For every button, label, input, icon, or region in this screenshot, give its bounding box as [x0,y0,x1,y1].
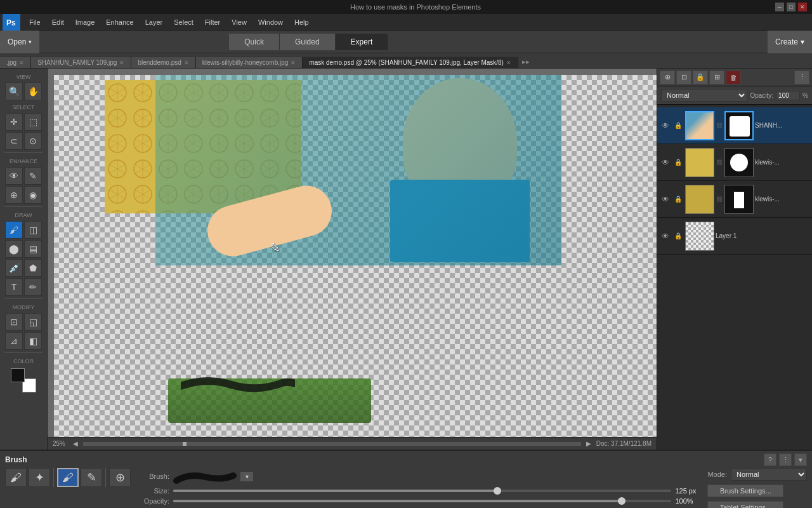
tab-quick[interactable]: Quick [229,34,280,50]
move-tool[interactable]: ✛ [5,113,23,131]
menu-filter[interactable]: Filter [200,17,225,28]
blur-tool[interactable]: ◉ [24,186,42,204]
close-tab-0[interactable]: ✕ [19,60,24,66]
tablet-settings-button[interactable]: Tablet Settings... [707,501,783,508]
layer-tool-extra[interactable]: ⋮ [794,70,809,84]
menu-edit[interactable]: Edit [47,17,69,28]
close-tab-2[interactable]: ✕ [184,60,189,66]
brush-pencil-btn[interactable]: ✎ [81,468,102,487]
doc-tab-2[interactable]: blenddemo.psd ✕ [131,57,195,68]
brush-settings-button[interactable]: Brush Settings... [707,485,783,497]
create-button[interactable]: Create ▾ [768,30,812,53]
fill-tool[interactable]: ⬤ [5,240,23,258]
size-slider[interactable] [173,487,671,495]
opacity-slider-fill [173,500,622,502]
close-tab-3[interactable]: ✕ [291,60,296,66]
spot-heal-tool[interactable]: ✎ [24,167,42,185]
brush-impressionist-btn[interactable]: ✦ [29,468,50,487]
red-eye-tool[interactable]: ◧ [24,332,42,350]
doc-tab-3[interactable]: klewis-sillybilly-honeycomb.jpg ✕ [196,57,303,68]
layer-item-2[interactable]: 👁 🔒 ⛓ klewis-... [657,181,812,218]
close-button[interactable]: ✕ [798,3,807,11]
layer-lock-2[interactable]: 🔒 [672,194,684,205]
maximize-button[interactable]: □ [787,3,796,11]
baby-photo [155,75,561,265]
recompose-tool[interactable]: ◱ [24,313,42,331]
layer-tool-group[interactable]: ⊞ [709,70,724,84]
tab-expert[interactable]: Expert [336,34,389,50]
gradient-tool[interactable]: ▤ [24,240,42,258]
tab-guided[interactable]: Guided [280,34,336,50]
layer-eye-1[interactable]: 👁 [660,157,671,168]
layer-eye-3[interactable]: 👁 [660,231,671,242]
layer-eye-0[interactable]: 👁 [660,120,671,131]
brush-sliders: Brush: ▾ Size: 125 px [134,468,697,505]
pencil-tool[interactable]: ✏ [24,278,42,296]
crop-tool[interactable]: ⊡ [5,313,23,331]
doc-tab-1[interactable]: SHANHUN_FAMILY 109.jpg ✕ [31,57,131,68]
opacity-slider[interactable] [173,497,671,505]
layer-delete-button[interactable]: 🗑 [726,70,741,84]
canvas-arrows-left[interactable]: ◀ [73,440,78,447]
layer-item-3[interactable]: 👁 🔒 Layer 1 [657,218,812,255]
eraser-tool[interactable]: ◫ [24,221,42,239]
brush-header-actions: ? ⋮ ▾ [764,453,807,466]
marquee-tool[interactable]: ⬚ [24,113,42,131]
brush-stroke-preview[interactable] [173,468,237,485]
brush-help-icon[interactable]: ? [764,453,776,466]
doc-tab-0[interactable]: .jpg ✕ [0,57,31,68]
eyedropper-tool[interactable]: 💉 [5,259,23,277]
minimize-button[interactable]: ─ [775,3,784,11]
brush-collapse-icon[interactable]: ▾ [794,453,807,466]
brush-dropdown-btn[interactable]: ▾ [240,472,253,481]
layer-tool-1[interactable]: ⊕ [660,70,675,84]
brush-tool[interactable]: 🖌 [5,221,23,239]
brush-settings-icon[interactable]: ⋮ [779,453,792,466]
menu-enhance[interactable]: Enhance [101,17,138,28]
more-tabs-button[interactable]: ▸▸ [518,56,534,68]
menu-layer[interactable]: Layer [140,17,168,28]
menu-help[interactable]: Help [289,17,314,28]
menu-select[interactable]: Select [169,17,199,28]
brush-color-btn[interactable]: 🖌 [57,468,79,487]
shape-tool[interactable]: ⬟ [24,259,42,277]
close-tab-4[interactable]: ✕ [506,60,511,66]
open-button[interactable]: Open ▾ [0,30,39,53]
brush-replace-btn[interactable]: ⊕ [109,468,131,487]
hand-tool[interactable]: ✋ [24,83,42,100]
layer-thumb-area-3 [685,222,714,251]
straighten-tool[interactable]: ⊿ [5,332,23,350]
menu-view[interactable]: View [226,17,252,28]
close-tab-1[interactable]: ✕ [119,60,124,66]
blend-mode-select[interactable]: Normal Multiply Screen Overlay [661,89,747,102]
mode-select[interactable]: Normal Multiply Screen [731,468,807,481]
canvas-arrows-right[interactable]: ▶ [586,440,591,447]
canvas-area[interactable]: ✎ 25% ◀ ▶ Doc: 37.1M/121.8M [48,69,657,450]
clone-tool[interactable]: ⊕ [5,186,23,204]
canvas-scroll-bar[interactable] [83,442,581,446]
menu-image[interactable]: Image [70,17,100,28]
layer-lock-1[interactable]: 🔒 [672,157,684,168]
opacity-input[interactable] [776,91,800,100]
layer-eye-2[interactable]: 👁 [660,194,671,205]
layer-lock-0[interactable]: 🔒 [672,120,684,131]
layer-tool-2[interactable]: ⊡ [676,70,691,84]
layer-lock-3[interactable]: 🔒 [672,231,684,242]
layer-tool-lock[interactable]: 🔒 [693,70,708,84]
zoom-tool[interactable]: 🔍 [5,83,23,100]
doc-tab-4[interactable]: mask demo.psd @ 25% (SHANHUN_FAMILY 109.… [303,57,518,68]
quick-select-tool[interactable]: ⊙ [24,132,42,150]
canvas-inner[interactable]: ✎ [54,75,657,437]
menu-file[interactable]: File [24,17,46,28]
text-tool[interactable]: T [5,278,23,296]
eye-tool[interactable]: 👁 [5,167,23,185]
color-picker[interactable] [11,368,36,392]
size-slider-thumb[interactable] [494,487,501,495]
menu-window[interactable]: Window [253,17,288,28]
foreground-color-swatch[interactable] [11,368,25,382]
lasso-tool[interactable]: ⊂ [5,132,23,150]
layer-item-0[interactable]: 👁 🔒 ⛓ SHANH... [657,107,812,144]
layer-item-1[interactable]: 👁 🔒 ⛓ klewis-... [657,144,812,181]
opacity-slider-thumb[interactable] [618,497,625,505]
brush-normal-btn[interactable]: 🖌 [5,468,27,487]
